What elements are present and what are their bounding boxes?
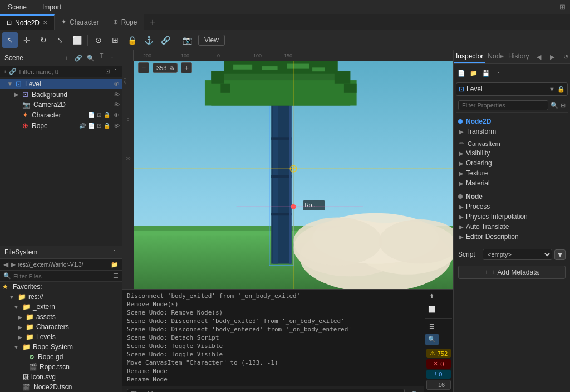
fs-folder-icon[interactable]: 📁 bbox=[111, 261, 119, 268]
fs-item-rope-tscn[interactable]: 🎬 Rope.tscn bbox=[0, 362, 122, 372]
badge-error[interactable]: ✕ 0 bbox=[426, 359, 451, 369]
fs-item-rope-system[interactable]: ▼ 📁 Rope System bbox=[0, 342, 122, 352]
inspector-node-selector[interactable]: ⊡ Level ▼ 🔒 bbox=[456, 82, 568, 96]
fs-forward-button[interactable]: ▶ bbox=[11, 261, 16, 268]
inspector-node-lock[interactable]: 🔒 bbox=[557, 86, 565, 93]
tree-item-background[interactable]: ▶ ⊡ Background 👁 bbox=[0, 89, 122, 100]
inspector-prop-process[interactable]: ▶ Process bbox=[456, 202, 568, 212]
tree-visibility-rope[interactable]: 👁 bbox=[114, 122, 120, 129]
fs-back-button[interactable]: ◀ bbox=[3, 261, 8, 268]
inspector-tool-menu[interactable]: ⋮ bbox=[493, 67, 504, 79]
tree-visibility-camera2d[interactable]: 👁 bbox=[114, 101, 120, 108]
fs-layout-icon[interactable]: ☰ bbox=[113, 272, 119, 280]
inspector-tab-node[interactable]: Node bbox=[485, 50, 506, 63]
tree-visibility-background[interactable]: 👁 bbox=[114, 91, 120, 98]
bone-tool-button[interactable]: 🔗 bbox=[158, 32, 173, 48]
badge-warning[interactable]: ⚠ 752 bbox=[426, 349, 451, 358]
tree-item-character[interactable]: ▶ ✦ Character 📄 ⊡ 🔒 👁 bbox=[0, 110, 122, 120]
snap-tool-button[interactable]: 🔒 bbox=[124, 32, 140, 48]
inspector-nav-forward[interactable]: ▶ bbox=[547, 51, 558, 62]
inspector-prop-texture[interactable]: ▶ Texture bbox=[456, 168, 568, 178]
fs-item-rope-gd[interactable]: ⚙ Rope.gd bbox=[0, 352, 122, 362]
add-metadata-button[interactable]: + + Add Metadata bbox=[458, 266, 566, 279]
filesystem-search-input[interactable] bbox=[13, 273, 111, 280]
inspector-tool-2[interactable]: 📁 bbox=[468, 67, 479, 79]
scene-instance-icon[interactable]: ⊡ bbox=[105, 68, 110, 75]
tree-item-rope[interactable]: ▶ ⊕ Rope 🔊 📄 ⊡ 🔒 👁 bbox=[0, 120, 122, 131]
scene-add-button[interactable]: + bbox=[61, 52, 72, 63]
fs-item-assets[interactable]: ▶ 📁 assets bbox=[0, 312, 122, 322]
fs-arrow-extern[interactable]: ▼ bbox=[13, 304, 19, 310]
tree-arrow-level[interactable]: ▼ bbox=[7, 81, 13, 87]
add-tab-button[interactable]: + bbox=[144, 17, 160, 27]
inspector-filter-search-icon[interactable]: 🔍 bbox=[551, 102, 558, 109]
inspector-prop-material[interactable]: ▶ Material bbox=[456, 178, 568, 188]
script-select[interactable]: <empty> bbox=[483, 249, 552, 260]
script-dropdown-button[interactable]: ▼ bbox=[554, 249, 566, 260]
fs-item-levels[interactable]: ▶ 📁 Levels bbox=[0, 332, 122, 342]
inspector-filter-input[interactable] bbox=[458, 100, 548, 110]
scene-filter-input[interactable]: T bbox=[97, 52, 105, 63]
fs-item-node2d-tscn[interactable]: 🎬 Node2D.tscn bbox=[0, 382, 122, 392]
tab-character[interactable]: ✦ Character bbox=[55, 14, 106, 30]
inspector-tool-3[interactable]: 💾 bbox=[480, 67, 492, 79]
inspector-prop-auto-translate[interactable]: ▶ Auto Translate bbox=[456, 222, 568, 232]
log-copy-button[interactable]: ⬜ bbox=[425, 303, 439, 315]
inspector-prop-editor-description[interactable]: ▶ Editor Description bbox=[456, 232, 568, 242]
scene-options-icon[interactable]: ⋮ bbox=[112, 68, 119, 75]
inspector-filter-layout-icon[interactable]: ⊞ bbox=[561, 102, 566, 109]
log-clear-button[interactable]: ⬆ bbox=[425, 291, 439, 302]
scene-link-button[interactable]: 🔗 bbox=[73, 52, 84, 63]
inspector-prop-physics-interpolation[interactable]: ▶ Physics Interpolation bbox=[456, 212, 568, 222]
pivot-tool-button[interactable]: ⊙ bbox=[91, 32, 106, 48]
scale-tool-button[interactable]: ⤡ bbox=[52, 32, 68, 48]
scene-filter-button[interactable]: 🔍 bbox=[85, 52, 96, 63]
fs-menu-icon[interactable]: ⋮ bbox=[111, 249, 117, 256]
fs-arrow-res[interactable]: ▼ bbox=[9, 294, 14, 300]
viewport[interactable]: -200 -100 0 100 150 -50 0 50 − 353 % + bbox=[122, 50, 453, 289]
tab-node2d[interactable]: ⊡ Node2D ✕ bbox=[0, 14, 55, 30]
tree-arrow-background[interactable]: ▶ bbox=[13, 91, 20, 97]
tab-node2d-close[interactable]: ✕ bbox=[43, 19, 47, 26]
inspector-lock-button[interactable]: ↺ bbox=[560, 51, 570, 62]
log-search-button[interactable]: 🔍 bbox=[425, 334, 439, 345]
camera-tool-button[interactable]: 📷 bbox=[179, 32, 195, 48]
tree-item-camera2d[interactable]: ▶ 📷 Camera2D 👁 bbox=[0, 100, 122, 110]
grid-tool-button[interactable]: ⊞ bbox=[107, 32, 123, 48]
move-tool-button[interactable]: ✛ bbox=[19, 32, 35, 48]
layout-icon[interactable]: ⊞ bbox=[559, 3, 566, 11]
rect-tool-button[interactable]: ⬜ bbox=[69, 32, 85, 48]
fs-item-characters[interactable]: ▶ 📁 Characters bbox=[0, 322, 122, 332]
tree-item-level[interactable]: ▼ ⊡ Level 👁 bbox=[0, 79, 122, 89]
fs-arrow-assets[interactable]: ▶ bbox=[18, 314, 22, 320]
fs-arrow-rope-system[interactable]: ▼ bbox=[13, 344, 19, 350]
badge-info[interactable]: ! 0 bbox=[426, 370, 451, 379]
inspector-tab-history[interactable]: History bbox=[506, 50, 531, 63]
tree-visibility-level[interactable]: 👁 bbox=[114, 81, 120, 87]
inspector-nav-back[interactable]: ◀ bbox=[533, 51, 544, 62]
inspector-prop-visibility[interactable]: ▶ Visibility bbox=[456, 148, 568, 158]
anchor-tool-button[interactable]: ⚓ bbox=[141, 32, 156, 48]
tree-visibility-character[interactable]: 👁 bbox=[114, 112, 120, 119]
menu-import[interactable]: Import bbox=[39, 2, 65, 12]
zoom-in-button[interactable]: + bbox=[181, 62, 192, 74]
console-filter-input[interactable] bbox=[127, 389, 405, 392]
fs-item-extern[interactable]: ▼ 📁 _extern bbox=[0, 302, 122, 312]
select-tool-button[interactable]: ↖ bbox=[2, 32, 18, 48]
inspector-node-dropdown[interactable]: ▼ bbox=[549, 86, 555, 92]
scene-menu-button[interactable]: ⋮ bbox=[106, 52, 117, 63]
inspector-prop-transform[interactable]: ▶ Transform bbox=[456, 126, 568, 136]
inspector-prop-ordering[interactable]: ▶ Ordering bbox=[456, 158, 568, 168]
badge-debug[interactable]: ≡ 16 bbox=[426, 380, 451, 390]
fs-item-res[interactable]: ▼ 📁 res:// bbox=[0, 292, 122, 302]
fs-arrow-levels[interactable]: ▶ bbox=[18, 334, 22, 340]
rotate-tool-button[interactable]: ↻ bbox=[36, 32, 51, 48]
fs-item-icon-svg[interactable]: 🖼 icon.svg bbox=[0, 372, 122, 382]
inspector-tool-1[interactable]: 📄 bbox=[456, 67, 467, 79]
view-button[interactable]: View bbox=[198, 35, 225, 46]
tab-rope[interactable]: ⊕ Rope bbox=[106, 14, 145, 30]
scene-search-input[interactable] bbox=[19, 68, 103, 75]
inspector-tab-inspector[interactable]: Inspector bbox=[454, 50, 485, 63]
zoom-out-button[interactable]: − bbox=[138, 62, 149, 74]
fs-arrow-characters[interactable]: ▶ bbox=[18, 324, 22, 330]
